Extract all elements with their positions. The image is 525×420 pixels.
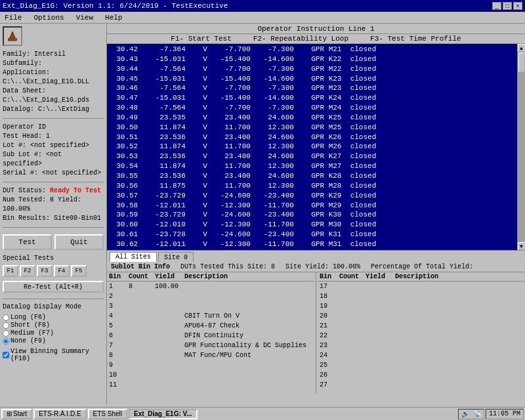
radio-none-input[interactable] xyxy=(3,338,9,345)
bin-results-label: Bin Results: xyxy=(3,215,54,222)
bin-count xyxy=(337,291,364,301)
dut-status-value: Ready To Test xyxy=(50,187,101,194)
bin-number: 2 xyxy=(107,291,127,301)
radio-long[interactable]: Long (F6) xyxy=(3,314,104,321)
bin-count xyxy=(337,380,364,388)
special-tests-label: Special Tests xyxy=(3,255,104,262)
bin-desc xyxy=(393,341,525,350)
view-binning-input[interactable] xyxy=(3,352,9,358)
minimize-button[interactable]: _ xyxy=(492,2,501,10)
bin-header-yield: Yield xyxy=(153,272,182,281)
divider-1 xyxy=(3,118,104,119)
bin-yield xyxy=(364,311,393,321)
radio-medium[interactable]: Medium (F7) xyxy=(3,329,104,337)
datalog-mode-label: Datalog Display Mode xyxy=(3,303,104,310)
bin-yield xyxy=(364,350,393,360)
close-button[interactable]: × xyxy=(513,2,522,10)
scroll-track[interactable] xyxy=(518,52,526,242)
quit-button[interactable]: Quit xyxy=(54,234,104,250)
radio-short-input[interactable] xyxy=(3,322,9,329)
bin-number: 10 xyxy=(107,370,127,380)
bin-count xyxy=(127,350,153,360)
bottom-area: All Sites Site 0 Sublot Bin Info DUTs Te… xyxy=(107,250,525,404)
bin-right-header-bin: Bin xyxy=(318,272,337,281)
bin-yield xyxy=(364,380,393,388)
scroll-up-arrow[interactable]: ▲ xyxy=(518,44,526,52)
bin-number: 3 xyxy=(107,301,127,311)
console-scrollbar[interactable]: ▲ ▼ xyxy=(517,44,525,250)
datalog-mode-group: Long (F6) Short (F8) Medium (F7) None (F… xyxy=(3,314,104,345)
scroll-thumb[interactable] xyxy=(518,52,525,72)
test-button[interactable]: Test xyxy=(3,234,52,250)
menu-view[interactable]: View xyxy=(74,13,95,22)
menu-file[interactable]: File xyxy=(3,13,24,22)
fn4-button[interactable]: F4 xyxy=(54,265,70,277)
bin-count xyxy=(337,331,364,341)
taskbar-btn-2[interactable]: ETS Shell xyxy=(88,409,127,419)
bin-table-right-header: Bin Count Yield Description xyxy=(318,272,525,282)
bin-count xyxy=(127,380,153,388)
bin-count xyxy=(127,370,153,380)
bin-table-row: 24 xyxy=(318,350,525,360)
taskbar-inner: ⊞ Start ETS-R.A.I.D.E ETS Shell Ext_Diag… xyxy=(0,408,525,421)
console-line: 30.51 23.536 V 23.400 24.600 GPR K26 clo… xyxy=(108,133,516,142)
radio-short[interactable]: Short (F8) xyxy=(3,322,104,329)
console-line: 30.50 11.874 V 11.700 12.300 GPR M25 clo… xyxy=(108,123,516,133)
console-line: 30.46 -7.564 V -7.700 -7.300 GPR M23 clo… xyxy=(108,83,516,93)
divider-3 xyxy=(3,227,104,228)
dut-status-label: DUT Status: xyxy=(3,187,50,194)
taskbar-btn-3[interactable]: Ext_Diag_E1G: V... xyxy=(129,409,198,419)
radio-long-input[interactable] xyxy=(3,314,9,321)
bin-yield xyxy=(153,350,182,360)
tab-all-sites[interactable]: All Sites xyxy=(110,252,157,262)
bin-desc xyxy=(393,311,525,321)
console-line: 30.44 -7.564 V -7.700 -7.300 GPR M22 clo… xyxy=(108,64,516,74)
main-layout: Family: Intersil Subfamily: Application:… xyxy=(0,24,525,404)
taskbar: ⊞ Start ETS-R.A.I.D.E ETS Shell Ext_Diag… xyxy=(0,407,525,420)
radio-none[interactable]: None (F9) xyxy=(3,337,104,345)
divider-2 xyxy=(3,182,104,182)
operator-id: Operator ID xyxy=(3,123,104,132)
bin-count xyxy=(337,311,364,321)
bin-table-row: 11 xyxy=(107,380,314,388)
fn1-button[interactable]: F1 xyxy=(3,265,18,277)
bin-table-row: 5 APU64-87 Check xyxy=(107,321,314,331)
divider-4 xyxy=(3,299,104,299)
bin-yield xyxy=(153,360,182,370)
fn5-button[interactable]: F5 xyxy=(71,265,87,277)
bin-number: 11 xyxy=(107,380,127,388)
scroll-down-arrow[interactable]: ▼ xyxy=(518,242,526,250)
menu-help[interactable]: Help xyxy=(103,13,124,22)
fn3-button[interactable]: F3 xyxy=(37,265,52,277)
bin-number: 24 xyxy=(318,350,337,360)
menu-options[interactable]: Options xyxy=(32,13,66,22)
taskbar-btn-1[interactable]: ETS-R.A.I.D.E xyxy=(33,409,86,419)
bin-table-row: 10 xyxy=(107,370,314,380)
title-bar: Ext_Diag_E1G: Version 1.1: 6/24/2019 - T… xyxy=(0,0,525,12)
bin-table-row: 21 xyxy=(318,321,525,331)
bin-desc: MAT Func/MPU Cont xyxy=(182,350,314,360)
view-binning-checkbox[interactable]: View Binning Summary (F10) xyxy=(3,348,104,362)
bin-table-row: 3 xyxy=(107,301,314,311)
sublot-bar: Sublot Bin Info DUTs Tested This Site: 8… xyxy=(107,262,525,272)
bin-table-area: Bin Count Yield Description 1 8 100.00 2 xyxy=(107,272,525,394)
console-line: 30.49 23.535 V 23.400 24.600 GPR K25 clo… xyxy=(108,113,516,123)
family-label: Family: Intersil xyxy=(3,50,104,59)
console-line: 30.45 -15.031 V -15.400 -14.600 GPR K23 … xyxy=(108,74,516,84)
bin-count xyxy=(337,341,364,350)
bin-desc: APU64-87 Check xyxy=(182,321,314,331)
datalog-label: Datalog: C:\..\ExtDiag xyxy=(3,105,104,114)
bin-yield xyxy=(364,321,393,331)
bin-table-row: 9 xyxy=(107,360,314,370)
bin-table-row: 18 xyxy=(318,291,525,301)
title-bar-buttons[interactable]: _ □ × xyxy=(492,2,522,10)
re-test-button[interactable]: Re-Test (Alt+R) xyxy=(3,281,104,293)
maximize-button[interactable]: □ xyxy=(503,2,512,10)
tab-site0[interactable]: Site 0 xyxy=(158,252,194,262)
bin-yield xyxy=(364,291,393,301)
sublot-bin-info: Sublot Bin Info xyxy=(111,263,170,270)
start-button[interactable]: ⊞ Start xyxy=(1,409,32,419)
bin-count xyxy=(127,341,153,350)
radio-medium-input[interactable] xyxy=(3,330,9,337)
fn2-button[interactable]: F2 xyxy=(20,265,35,277)
